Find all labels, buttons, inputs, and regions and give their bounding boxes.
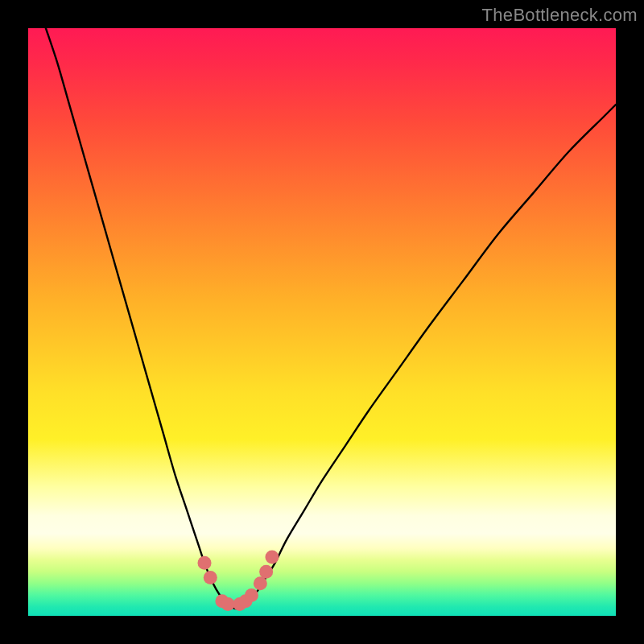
- plot-area: [28, 28, 616, 616]
- watermark-text: TheBottleneck.com: [482, 5, 638, 26]
- svg-rect-0: [28, 28, 616, 616]
- chart-stage: TheBottleneck.com: [0, 0, 644, 644]
- background-gradient: [28, 28, 616, 616]
